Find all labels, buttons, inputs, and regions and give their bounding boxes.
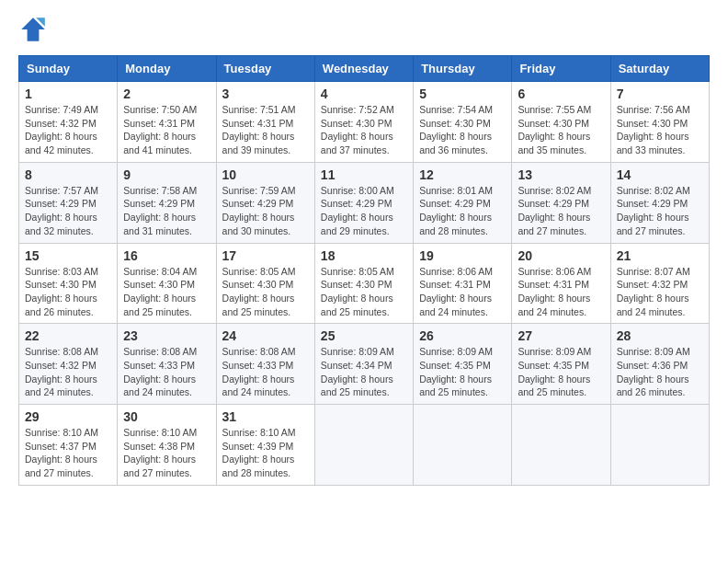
page-header	[18, 15, 710, 44]
day-number: 6	[518, 86, 604, 101]
calendar-cell: 10Sunrise: 7:59 AMSunset: 4:29 PMDayligh…	[216, 162, 314, 243]
calendar-cell: 11Sunrise: 8:00 AMSunset: 4:29 PMDayligh…	[314, 162, 413, 243]
day-number: 18	[321, 248, 407, 263]
calendar-cell: 2Sunrise: 7:50 AMSunset: 4:31 PMDaylight…	[118, 82, 216, 163]
day-info: Sunrise: 8:10 AMSunset: 4:37 PMDaylight:…	[25, 426, 111, 480]
day-info: Sunrise: 8:09 AMSunset: 4:35 PMDaylight:…	[518, 345, 604, 399]
day-info: Sunrise: 7:55 AMSunset: 4:30 PMDaylight:…	[518, 103, 604, 157]
day-info: Sunrise: 8:09 AMSunset: 4:35 PMDaylight:…	[419, 345, 506, 399]
day-number: 13	[518, 167, 604, 182]
calendar-body: 1Sunrise: 7:49 AMSunset: 4:32 PMDaylight…	[19, 82, 710, 486]
day-info: Sunrise: 8:08 AMSunset: 4:32 PMDaylight:…	[25, 345, 111, 399]
day-number: 26	[419, 328, 506, 343]
day-number: 16	[123, 248, 210, 263]
calendar-cell: 3Sunrise: 7:51 AMSunset: 4:31 PMDaylight…	[216, 82, 314, 163]
calendar-week-row: 29Sunrise: 8:10 AMSunset: 4:37 PMDayligh…	[19, 405, 710, 486]
day-number: 3	[222, 86, 309, 101]
day-info: Sunrise: 8:07 AMSunset: 4:32 PMDaylight:…	[617, 265, 703, 319]
day-info: Sunrise: 8:06 AMSunset: 4:31 PMDaylight:…	[518, 265, 604, 319]
calendar-cell: 27Sunrise: 8:09 AMSunset: 4:35 PMDayligh…	[512, 324, 610, 405]
calendar-cell: 26Sunrise: 8:09 AMSunset: 4:35 PMDayligh…	[414, 324, 512, 405]
day-number: 7	[617, 86, 703, 101]
calendar-cell: 5Sunrise: 7:54 AMSunset: 4:30 PMDaylight…	[414, 82, 512, 163]
calendar-cell: 1Sunrise: 7:49 AMSunset: 4:32 PMDaylight…	[19, 82, 118, 163]
day-info: Sunrise: 8:10 AMSunset: 4:39 PMDaylight:…	[222, 426, 309, 480]
weekday-header: Friday	[512, 56, 610, 82]
calendar-header: SundayMondayTuesdayWednesdayThursdayFrid…	[19, 56, 710, 82]
calendar-cell: 31Sunrise: 8:10 AMSunset: 4:39 PMDayligh…	[216, 405, 314, 486]
day-info: Sunrise: 7:50 AMSunset: 4:31 PMDaylight:…	[123, 103, 210, 157]
calendar-cell: 13Sunrise: 8:02 AMSunset: 4:29 PMDayligh…	[512, 162, 610, 243]
calendar-cell: 18Sunrise: 8:05 AMSunset: 4:30 PMDayligh…	[314, 243, 413, 324]
day-info: Sunrise: 7:49 AMSunset: 4:32 PMDaylight:…	[25, 103, 111, 157]
day-info: Sunrise: 8:02 AMSunset: 4:29 PMDaylight:…	[617, 184, 703, 238]
day-number: 19	[419, 248, 506, 263]
weekday-header: Saturday	[610, 56, 709, 82]
day-info: Sunrise: 8:00 AMSunset: 4:29 PMDaylight:…	[321, 184, 407, 238]
calendar-cell: 9Sunrise: 7:58 AMSunset: 4:29 PMDaylight…	[118, 162, 216, 243]
day-number: 22	[25, 328, 111, 343]
day-number: 1	[25, 86, 111, 101]
calendar-cell: 21Sunrise: 8:07 AMSunset: 4:32 PMDayligh…	[610, 243, 709, 324]
day-info: Sunrise: 7:59 AMSunset: 4:29 PMDaylight:…	[222, 184, 309, 238]
calendar-cell: 30Sunrise: 8:10 AMSunset: 4:38 PMDayligh…	[118, 405, 216, 486]
day-info: Sunrise: 8:09 AMSunset: 4:36 PMDaylight:…	[617, 345, 703, 399]
day-number: 20	[518, 248, 604, 263]
day-info: Sunrise: 8:02 AMSunset: 4:29 PMDaylight:…	[518, 184, 604, 238]
day-info: Sunrise: 8:09 AMSunset: 4:34 PMDaylight:…	[321, 345, 407, 399]
weekday-header: Sunday	[19, 56, 118, 82]
day-info: Sunrise: 8:08 AMSunset: 4:33 PMDaylight:…	[222, 345, 309, 399]
calendar-week-row: 15Sunrise: 8:03 AMSunset: 4:30 PMDayligh…	[19, 243, 710, 324]
calendar-cell: 24Sunrise: 8:08 AMSunset: 4:33 PMDayligh…	[216, 324, 314, 405]
day-info: Sunrise: 8:03 AMSunset: 4:30 PMDaylight:…	[25, 265, 111, 319]
logo	[18, 15, 51, 44]
day-number: 31	[222, 409, 309, 424]
day-number: 8	[25, 167, 111, 182]
day-number: 12	[419, 167, 506, 182]
calendar-cell: 7Sunrise: 7:56 AMSunset: 4:30 PMDaylight…	[610, 82, 709, 163]
calendar-cell	[314, 405, 413, 486]
calendar-cell: 8Sunrise: 7:57 AMSunset: 4:29 PMDaylight…	[19, 162, 118, 243]
calendar-cell: 15Sunrise: 8:03 AMSunset: 4:30 PMDayligh…	[19, 243, 118, 324]
day-info: Sunrise: 7:51 AMSunset: 4:31 PMDaylight:…	[222, 103, 309, 157]
weekday-header: Monday	[118, 56, 216, 82]
day-number: 30	[123, 409, 210, 424]
calendar-cell: 16Sunrise: 8:04 AMSunset: 4:30 PMDayligh…	[118, 243, 216, 324]
calendar-week-row: 8Sunrise: 7:57 AMSunset: 4:29 PMDaylight…	[19, 162, 710, 243]
calendar-cell	[414, 405, 512, 486]
day-info: Sunrise: 8:05 AMSunset: 4:30 PMDaylight:…	[222, 265, 309, 319]
day-info: Sunrise: 8:06 AMSunset: 4:31 PMDaylight:…	[419, 265, 506, 319]
calendar-cell: 4Sunrise: 7:52 AMSunset: 4:30 PMDaylight…	[314, 82, 413, 163]
day-number: 29	[25, 409, 111, 424]
day-info: Sunrise: 7:58 AMSunset: 4:29 PMDaylight:…	[123, 184, 210, 238]
day-info: Sunrise: 7:57 AMSunset: 4:29 PMDaylight:…	[25, 184, 111, 238]
calendar-cell: 19Sunrise: 8:06 AMSunset: 4:31 PMDayligh…	[414, 243, 512, 324]
calendar-week-row: 1Sunrise: 7:49 AMSunset: 4:32 PMDaylight…	[19, 82, 710, 163]
day-number: 17	[222, 248, 309, 263]
day-number: 14	[617, 167, 703, 182]
day-number: 11	[321, 167, 407, 182]
day-number: 23	[123, 328, 210, 343]
weekday-header: Wednesday	[314, 56, 413, 82]
day-info: Sunrise: 7:54 AMSunset: 4:30 PMDaylight:…	[419, 103, 506, 157]
day-info: Sunrise: 8:10 AMSunset: 4:38 PMDaylight:…	[123, 426, 210, 480]
calendar-cell: 6Sunrise: 7:55 AMSunset: 4:30 PMDaylight…	[512, 82, 610, 163]
logo-icon	[18, 15, 48, 44]
day-info: Sunrise: 8:01 AMSunset: 4:29 PMDaylight:…	[419, 184, 506, 238]
weekday-header: Thursday	[414, 56, 512, 82]
calendar-cell: 20Sunrise: 8:06 AMSunset: 4:31 PMDayligh…	[512, 243, 610, 324]
calendar-cell: 17Sunrise: 8:05 AMSunset: 4:30 PMDayligh…	[216, 243, 314, 324]
calendar: SundayMondayTuesdayWednesdayThursdayFrid…	[18, 55, 710, 486]
weekday-row: SundayMondayTuesdayWednesdayThursdayFrid…	[19, 56, 710, 82]
day-number: 21	[617, 248, 703, 263]
calendar-cell: 28Sunrise: 8:09 AMSunset: 4:36 PMDayligh…	[610, 324, 709, 405]
calendar-cell: 23Sunrise: 8:08 AMSunset: 4:33 PMDayligh…	[118, 324, 216, 405]
calendar-cell: 14Sunrise: 8:02 AMSunset: 4:29 PMDayligh…	[610, 162, 709, 243]
calendar-cell	[512, 405, 610, 486]
day-number: 27	[518, 328, 604, 343]
day-number: 2	[123, 86, 210, 101]
day-number: 28	[617, 328, 703, 343]
day-info: Sunrise: 7:52 AMSunset: 4:30 PMDaylight:…	[321, 103, 407, 157]
day-number: 25	[321, 328, 407, 343]
calendar-cell: 22Sunrise: 8:08 AMSunset: 4:32 PMDayligh…	[19, 324, 118, 405]
